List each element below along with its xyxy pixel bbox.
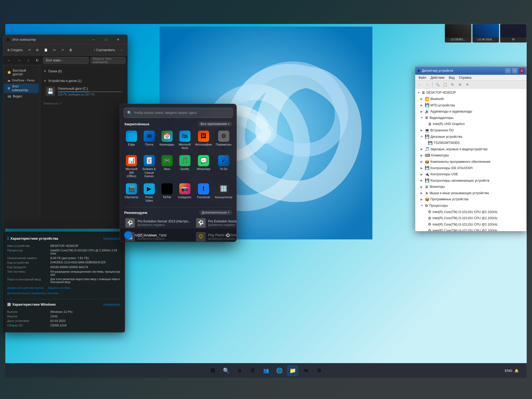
sidebar-video[interactable]: 📹 Видео: [4, 93, 39, 99]
dm-scan-button[interactable]: 🔍: [434, 81, 441, 88]
taskbar-edge-button[interactable]: 🌐: [274, 365, 285, 376]
nav-back-button[interactable]: ←: [5, 56, 13, 65]
dm-tree-item-0[interactable]: ▼ 🖥 DESKTOP-4D302JP: [416, 90, 525, 96]
dm-forward-button[interactable]: →: [424, 81, 431, 88]
copy-button[interactable]: ⧉: [34, 46, 41, 54]
dm-tree-item-12[interactable]: ▶ 💾 Контроллеры IDE ATA/ATAPI: [416, 165, 525, 171]
dm-tree-item-13[interactable]: ▶ 🔌 Контроллеры USB: [416, 171, 525, 178]
dm-tree-item-10[interactable]: ▶ ⌨ Клавиатуры: [416, 152, 525, 159]
dm-tree-item-18[interactable]: ▼ ⚙ Процессоры: [416, 203, 525, 209]
taskbar-search-button[interactable]: 🔍: [221, 365, 232, 376]
close-button[interactable]: ✕: [112, 35, 124, 44]
pinned-app-8[interactable]: 🎮 Xbox: [159, 153, 176, 180]
start-search-box[interactable]: 🔍 Чтобы начать поиск, введите запрос зде…: [124, 108, 233, 118]
dm-tree-item-17[interactable]: ▶ 📦 Программные устройства: [416, 196, 525, 203]
taskbar-notifications[interactable]: 🔔: [514, 369, 519, 373]
search-box[interactable]: Поиск в: Этот компьютер: [91, 57, 125, 64]
dm-tree-item-4[interactable]: ▼ 🖥 Видеоадаптеры: [416, 115, 525, 121]
pinned-app-6[interactable]: 📊 Microsoft 365 (Office): [123, 153, 140, 180]
nav-refresh-button[interactable]: ↻: [34, 56, 41, 65]
dm-menu-view[interactable]: Вид: [447, 75, 457, 80]
thumbnail-m[interactable]: M: [500, 24, 527, 43]
dm-back-button[interactable]: ←: [416, 81, 423, 88]
dm-tree-item-21[interactable]: ⚙ Intel(R) Core(TM) i3-10110U CPU @2.10G…: [416, 221, 525, 228]
dm-tree-item-7[interactable]: ▼ 💾 Дисковые устройства: [416, 134, 525, 140]
all-apps-button[interactable]: Все приложения >: [198, 122, 232, 126]
thumbnail-lg-demo[interactable]: LG DEMO...: [445, 24, 471, 43]
pinned-app-11[interactable]: ✓ To Do: [214, 153, 233, 180]
dm-tree-item-6[interactable]: ▶ 💻 Встроенное ПО: [416, 127, 525, 134]
taskbar-widgets-button[interactable]: ☰: [247, 365, 258, 376]
dm-tree-item-9[interactable]: ▶ 🎵 Звуковые, игровые и видеоустройства: [416, 146, 525, 152]
domain-link[interactable]: Домен или рабочая группа: [7, 286, 44, 289]
pinned-app-2[interactable]: 📅 Календарь: [159, 128, 176, 152]
pinned-app-1[interactable]: ✉ Почта: [141, 128, 157, 152]
address-input[interactable]: Этот комп...: [43, 57, 89, 64]
dm-tree-item-22[interactable]: ⚙ Intel(R) Core(TM) i3-10110U CPU @2.10G…: [416, 228, 525, 231]
taskbar-teams-button[interactable]: 👥: [260, 365, 272, 376]
protection-link[interactable]: Защита системы: [48, 286, 71, 289]
pinned-app-13[interactable]: ▶ Prime Video: [141, 181, 157, 205]
dm-tree-item-3[interactable]: ▶ 🔊 Аудиовходы и аудиовыходы: [416, 109, 525, 115]
dm-tree-item-11[interactable]: ▶ 📦 Компоненты программного обеспечения: [416, 159, 525, 165]
dm-tree-item-2[interactable]: ▶ 💾 MTD-устройства: [416, 102, 525, 109]
dm-update-button[interactable]: ↻: [449, 81, 456, 88]
advanced-link[interactable]: Дополнительные параметры системы: [7, 292, 59, 295]
dm-minimize-button[interactable]: ─: [505, 68, 510, 73]
sort-button[interactable]: ↕ Сортировать: [92, 46, 117, 54]
dm-tree-item-19[interactable]: ⚙ Intel(R) Core(TM) i3-10110U CPU @2.10G…: [416, 209, 525, 215]
cut-button[interactable]: ✂: [26, 46, 33, 54]
pinned-app-10[interactable]: 💬 WhatsApp: [194, 153, 213, 180]
pinned-app-4[interactable]: 🖼 Фотографии: [194, 128, 213, 152]
sidebar-onedrive[interactable]: ☁ OneDrive - Perso: [4, 77, 39, 83]
pinned-app-5[interactable]: ⚙ Параметры: [214, 128, 233, 152]
pinned-app-14[interactable]: ♪ TikTok: [159, 181, 176, 205]
dm-tree-item-1[interactable]: ▶ 📶 Bluetooth: [416, 96, 525, 102]
nav-forward-button[interactable]: →: [15, 56, 23, 65]
delete-button[interactable]: 🗑: [67, 46, 74, 54]
pinned-app-12[interactable]: 🎬 Clipchamp: [123, 181, 140, 205]
local-drive-item[interactable]: 💾 Локальный диск (C:) 120 ГБ свободно из…: [43, 85, 124, 98]
pinned-app-0[interactable]: 🌐 Edge: [123, 128, 140, 152]
power-button[interactable]: ⏻: [224, 231, 232, 239]
sidebar-quick-access[interactable]: ⭐ Быстрый доступ: [4, 68, 39, 77]
dm-menu-help[interactable]: Справка: [457, 75, 473, 80]
nav-up-button[interactable]: ↑: [25, 56, 31, 65]
dm-menu-action[interactable]: Действие: [429, 75, 447, 80]
dm-tree-item-15[interactable]: ▶ 🖥 Мониторы: [416, 184, 525, 190]
dm-menu-file[interactable]: Файл: [416, 75, 429, 80]
create-button[interactable]: ⊕ Создать: [5, 46, 25, 54]
sidebar-this-pc[interactable]: 🖥 Этот компьютер: [4, 84, 39, 93]
win-specs-copy-button[interactable]: Копировать: [103, 303, 120, 306]
dm-uninstall-button[interactable]: ✕: [464, 81, 471, 88]
dm-props-button[interactable]: 📋: [442, 81, 448, 88]
pinned-app-9[interactable]: 🎵 Spotify: [176, 153, 193, 180]
paste-button[interactable]: 📋: [42, 46, 50, 54]
pinned-app-17[interactable]: 🔢 Калькулятор: [214, 181, 233, 205]
dm-maximize-button[interactable]: □: [512, 68, 517, 73]
rec-app-1[interactable]: ⚽ Pro Evolution Soccer 2013 v 1.03 +... …: [194, 217, 237, 229]
dm-tree-item-14[interactable]: ▶ 💾 Контроллеры запоминающих устройств: [416, 177, 525, 184]
dm-tree-item-5[interactable]: 🖥 Intel(R) UHD Graphics: [416, 121, 525, 127]
more-button[interactable]: ···: [118, 46, 125, 54]
dm-tree-item-20[interactable]: ⚙ Intel(R) Core(TM) i3-10110U CPU @2.10G…: [416, 215, 525, 222]
taskbar-task-view-button[interactable]: ⧉: [234, 365, 245, 376]
pinned-app-16[interactable]: f Facebook: [194, 181, 213, 205]
specs-copy-button[interactable]: Копировать: [103, 237, 120, 240]
pinned-app-7[interactable]: 🃏 Solitaire & Casual Games: [141, 153, 157, 180]
dm-disable-button[interactable]: ⊘: [456, 81, 463, 88]
taskbar-file-explorer-button[interactable]: 📁: [287, 365, 298, 376]
taskbar-store-button[interactable]: 🛍: [300, 365, 311, 376]
rename-button[interactable]: ✏: [51, 46, 58, 54]
more-button[interactable]: Дополнительно >: [199, 210, 232, 215]
pinned-app-15[interactable]: 📷 Instagram: [176, 181, 193, 205]
pinned-app-3[interactable]: 🛍 Microsoft Store: [176, 128, 193, 152]
taskbar-settings-button[interactable]: ⚙: [314, 365, 325, 376]
dm-tree-item-16[interactable]: ▶ 🖱 Мыши и иные указывающие устройства: [416, 190, 525, 197]
rec-app-0[interactable]: ⚽ Pro Evolution Soccer 2013 (Настро... Д…: [123, 217, 193, 229]
share-button[interactable]: ↗: [59, 46, 66, 54]
minimize-button[interactable]: ─: [88, 35, 100, 44]
dm-close-button[interactable]: ✕: [519, 68, 524, 73]
thumbnail-lg-4k[interactable]: LG 4K DEM...: [472, 24, 499, 43]
dm-tree-item-8[interactable]: 💾 TS256GMTS830S: [416, 140, 525, 146]
